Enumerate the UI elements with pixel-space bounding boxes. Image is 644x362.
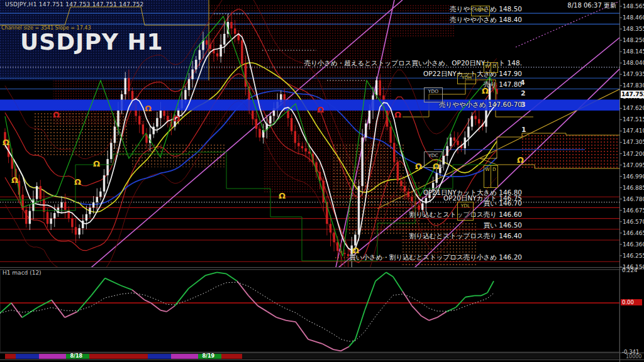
- price-axis-label: 148.460: [623, 14, 644, 21]
- price-axis-label: 148.250: [623, 37, 644, 43]
- omega-marker: Ω: [433, 162, 440, 170]
- omega-marker: Ω: [279, 192, 286, 200]
- price-axis-label: 147.095: [623, 162, 644, 168]
- omega-marker: Ω: [145, 104, 152, 112]
- omega-marker: Ω: [394, 111, 401, 119]
- omega-marker: Ω: [317, 106, 324, 114]
- omega-marker: Ω: [53, 111, 60, 119]
- marker-box-d: D: [491, 165, 498, 188]
- session-ribbon-segment[interactable]: [221, 354, 242, 359]
- omega-marker: Ω: [173, 114, 180, 123]
- session-ribbon-segment[interactable]: [39, 354, 66, 359]
- marker-box-ydl: YDL: [457, 202, 474, 221]
- current-price-box: 147.752: [621, 90, 644, 98]
- macd-axis-bottom: -0.341: [622, 349, 639, 355]
- price-axis-label: 148.565: [623, 3, 644, 9]
- trading-terminal-window: USDJPY,H1 147.751 147.753 147.751 147.75…: [0, 0, 644, 362]
- omega-marker: Ω: [93, 160, 100, 168]
- marker-box-d: D: [491, 62, 498, 73]
- price-axis-label: 146.675: [623, 207, 644, 214]
- price-axis-label: 148.145: [623, 48, 644, 55]
- price-axis-label: 147.200: [623, 151, 644, 157]
- channel-digit: 2: [521, 89, 526, 97]
- marker-box-lwh: LWH: [471, 6, 490, 16]
- price-axis-label: 147.620: [623, 105, 644, 111]
- omega-marker: Ω: [482, 87, 489, 95]
- session-ribbon-segment[interactable]: [171, 354, 198, 359]
- session-date-label: 8/18: [70, 353, 83, 359]
- omega-marker: Ω: [415, 162, 422, 170]
- price-axis-label: 146.990: [623, 173, 644, 180]
- price-axis-label: 147.830: [623, 82, 644, 89]
- price-axis-label: 147.410: [623, 128, 644, 134]
- session-ribbon-segment[interactable]: [242, 354, 619, 359]
- macd-zero-box: 0.00: [621, 299, 642, 305]
- marker-box-ydo: YDO: [424, 87, 443, 102]
- marker-box-ydh: YDH: [457, 74, 476, 84]
- session-date-label: 8/19: [203, 353, 215, 359]
- price-chart-canvas[interactable]: [0, 0, 644, 362]
- channel-digit: 4: [520, 79, 525, 87]
- channel-digit: 1: [521, 126, 526, 134]
- price-axis-label: 147.305: [623, 139, 644, 145]
- omega-marker: Ω: [3, 138, 9, 146]
- session-ribbon-segment[interactable]: [5, 354, 16, 359]
- omega-marker: Ω: [74, 178, 81, 186]
- session-ribbon-segment[interactable]: [148, 354, 171, 359]
- session-ribbon-segment[interactable]: [89, 354, 148, 359]
- price-axis-label: 146.885: [623, 185, 644, 191]
- channel-digit: 3: [521, 101, 526, 109]
- price-axis-label: 146.360: [623, 241, 644, 248]
- price-axis-label: 148.355: [623, 26, 644, 32]
- price-axis-label: 147.935: [623, 71, 644, 77]
- omega-marker: Ω: [11, 176, 18, 184]
- macd-axis-top: 0.224: [622, 267, 637, 273]
- omega-marker: Ω: [517, 156, 524, 164]
- omega-marker: Ω: [352, 246, 359, 255]
- price-axis-label: 146.780: [623, 196, 644, 202]
- price-axis-label: 148.040: [623, 60, 644, 66]
- price-axis-label: 146.465: [623, 230, 644, 236]
- price-axis-label: 146.255: [623, 253, 644, 259]
- price-axis-label: 147.515: [623, 116, 644, 123]
- price-axis-label: 146.570: [623, 219, 644, 225]
- session-ribbon-segment[interactable]: [16, 354, 39, 359]
